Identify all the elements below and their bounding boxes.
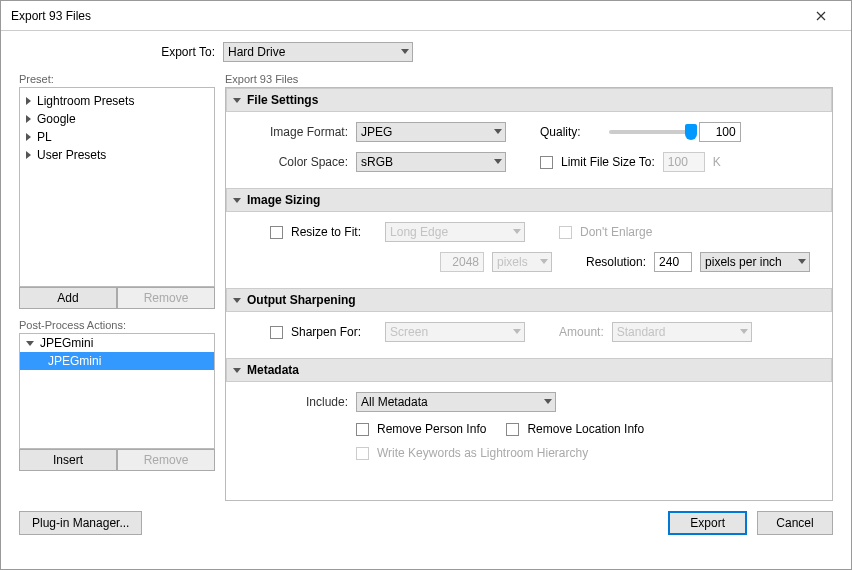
write-keywords-checkbox — [356, 447, 369, 460]
export-to-label: Export To: — [1, 45, 223, 59]
export-to-row: Export To: Hard Drive — [1, 31, 851, 73]
close-icon — [816, 11, 826, 21]
sharpen-checkbox[interactable] — [270, 326, 283, 339]
preset-item[interactable]: PL — [20, 128, 214, 146]
amount-label: Amount: — [559, 325, 604, 339]
file-settings-header[interactable]: File Settings — [226, 88, 832, 112]
image-sizing-header[interactable]: Image Sizing — [226, 188, 832, 212]
export-button[interactable]: Export — [668, 511, 747, 535]
dimension-unit-select: pixels — [492, 252, 552, 272]
image-format-select[interactable]: JPEG — [356, 122, 506, 142]
cancel-button[interactable]: Cancel — [757, 511, 833, 535]
image-format-label: Image Format: — [242, 125, 348, 139]
include-select[interactable]: All Metadata — [356, 392, 556, 412]
plugin-manager-button[interactable]: Plug-in Manager... — [19, 511, 142, 535]
color-space-select[interactable]: sRGB — [356, 152, 506, 172]
preset-label: Preset: — [19, 73, 215, 85]
limit-filesize-input — [663, 152, 705, 172]
action-group-label: JPEGmini — [40, 336, 93, 350]
preset-item[interactable]: User Presets — [20, 146, 214, 164]
window-title: Export 93 Files — [11, 9, 801, 23]
section-title: Metadata — [247, 363, 299, 377]
chevron-right-icon — [26, 115, 31, 123]
titlebar: Export 93 Files — [1, 1, 851, 31]
actions-label: Post-Process Actions: — [19, 319, 215, 331]
actions-list[interactable]: JPEGmini JPEGmini — [19, 333, 215, 449]
resize-mode-select: Long Edge — [385, 222, 525, 242]
settings-scroll[interactable]: File Settings Image Format: JPEG Quality… — [225, 87, 833, 501]
action-item-selected[interactable]: JPEGmini — [20, 352, 214, 370]
resize-label: Resize to Fit: — [291, 225, 361, 239]
color-space-label: Color Space: — [242, 155, 348, 169]
limit-filesize-checkbox[interactable] — [540, 156, 553, 169]
remove-person-checkbox[interactable] — [356, 423, 369, 436]
chevron-right-icon — [26, 97, 31, 105]
limit-unit: K — [713, 155, 721, 169]
section-title: Image Sizing — [247, 193, 320, 207]
resize-checkbox[interactable] — [270, 226, 283, 239]
chevron-down-icon — [233, 368, 241, 373]
limit-filesize-label: Limit File Size To: — [561, 155, 655, 169]
metadata-header[interactable]: Metadata — [226, 358, 832, 382]
main-label: Export 93 Files — [225, 73, 833, 85]
remove-location-checkbox[interactable] — [506, 423, 519, 436]
write-keywords-label: Write Keywords as Lightroom Hierarchy — [377, 446, 588, 460]
preset-item[interactable]: Google — [20, 110, 214, 128]
resolution-input[interactable] — [654, 252, 692, 272]
resolution-label: Resolution: — [586, 255, 646, 269]
chevron-down-icon — [233, 98, 241, 103]
sharpening-header[interactable]: Output Sharpening — [226, 288, 832, 312]
preset-list[interactable]: Lightroom Presets Google PL User Presets — [19, 87, 215, 287]
section-title: Output Sharpening — [247, 293, 356, 307]
chevron-down-icon — [26, 341, 34, 346]
section-title: File Settings — [247, 93, 318, 107]
preset-item-label: PL — [37, 130, 52, 144]
dimension-input — [440, 252, 484, 272]
add-preset-button[interactable]: Add — [19, 287, 117, 309]
amount-select: Standard — [612, 322, 752, 342]
remove-action-button: Remove — [117, 449, 215, 471]
preset-item-label: Google — [37, 112, 76, 126]
dont-enlarge-label: Don't Enlarge — [580, 225, 652, 239]
include-label: Include: — [242, 395, 348, 409]
insert-action-button[interactable]: Insert — [19, 449, 117, 471]
remove-preset-button: Remove — [117, 287, 215, 309]
action-group[interactable]: JPEGmini — [20, 334, 214, 352]
quality-label: Quality: — [540, 125, 581, 139]
chevron-down-icon — [233, 198, 241, 203]
sharpen-for-select: Screen — [385, 322, 525, 342]
export-to-select[interactable]: Hard Drive — [223, 42, 413, 62]
preset-item[interactable]: Lightroom Presets — [20, 92, 214, 110]
remove-location-label: Remove Location Info — [527, 422, 644, 436]
preset-item-label: User Presets — [37, 148, 106, 162]
remove-person-label: Remove Person Info — [377, 422, 486, 436]
preset-item-label: Lightroom Presets — [37, 94, 134, 108]
dont-enlarge-checkbox — [559, 226, 572, 239]
quality-input[interactable] — [699, 122, 741, 142]
resolution-unit-select[interactable]: pixels per inch — [700, 252, 810, 272]
close-button[interactable] — [801, 1, 841, 30]
sharpen-label: Sharpen For: — [291, 325, 361, 339]
quality-slider[interactable] — [609, 130, 691, 134]
chevron-down-icon — [233, 298, 241, 303]
slider-thumb[interactable] — [685, 124, 697, 140]
chevron-right-icon — [26, 133, 31, 141]
chevron-right-icon — [26, 151, 31, 159]
